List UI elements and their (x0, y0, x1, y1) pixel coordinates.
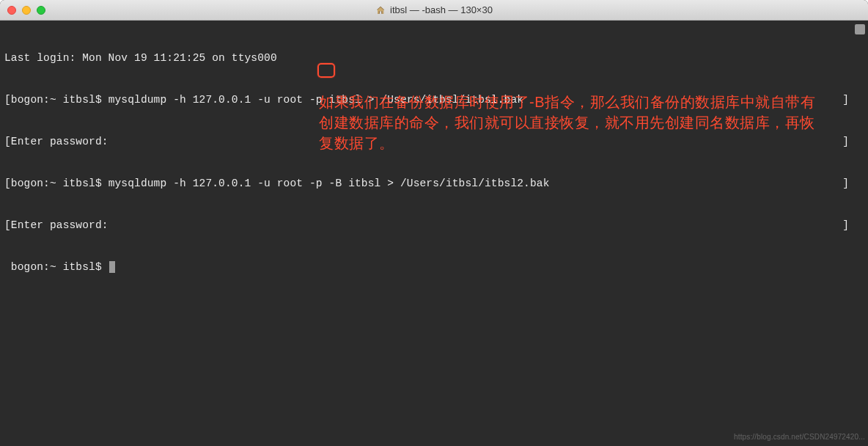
scroll-indicator[interactable] (855, 24, 865, 34)
prompt-2: [bogon:~ itbsl$ (4, 178, 108, 189)
enter-password-2: [Enter password: (4, 219, 108, 231)
prompt-3: bogon:~ itbsl$ (4, 261, 108, 273)
window-title: itbsl — -bash — 130×30 (375, 4, 493, 15)
traffic-lights (7, 6, 45, 15)
command-2-before: mysqldump -h 127.0.0.1 -u root -p (108, 178, 329, 189)
terminal-line-cmd2: [bogon:~ itbsl$ mysqldump -h 127.0.0.1 -… (4, 177, 864, 191)
enter-password-1: [Enter password: (4, 136, 108, 147)
bracket-right-1: ] (842, 93, 849, 107)
window-title-text: itbsl — -bash — 130×30 (390, 4, 493, 15)
maximize-icon[interactable] (37, 6, 45, 15)
terminal-line-lastlogin: Last login: Mon Nov 19 11:21:25 on ttys0… (4, 51, 864, 65)
bracket-right-3: ] (842, 177, 849, 191)
terminal-line-prompt3: bogon:~ itbsl$ (4, 260, 864, 274)
close-icon[interactable] (7, 6, 16, 15)
terminal-body[interactable]: Last login: Mon Nov 19 11:21:25 on ttys0… (0, 21, 868, 446)
cursor-icon (109, 261, 115, 273)
terminal-window: itbsl — -bash — 130×30 Last login: Mon N… (0, 0, 868, 446)
annotation-text: 如果我们在备份数据库时使用了-B指令，那么我们备份的数据库中就自带有创建数据库的… (319, 92, 817, 153)
bracket-right-2: ] (842, 135, 849, 149)
titlebar: itbsl — -bash — 130×30 (0, 0, 868, 21)
home-icon (375, 5, 386, 15)
prompt-1: [bogon:~ itbsl$ (4, 94, 108, 106)
minimize-icon[interactable] (22, 6, 31, 15)
terminal-line-enter2: [Enter password:] (4, 219, 864, 233)
highlight-box-flag (317, 63, 335, 78)
command-2-after: itbsl > /Users/itbsl/itbsl2.bak (342, 178, 549, 189)
command-2-flag: -B (329, 178, 342, 189)
bracket-right-4: ] (842, 219, 849, 233)
watermark-text: https://blog.csdn.net/CSDN24972420... (734, 430, 865, 444)
